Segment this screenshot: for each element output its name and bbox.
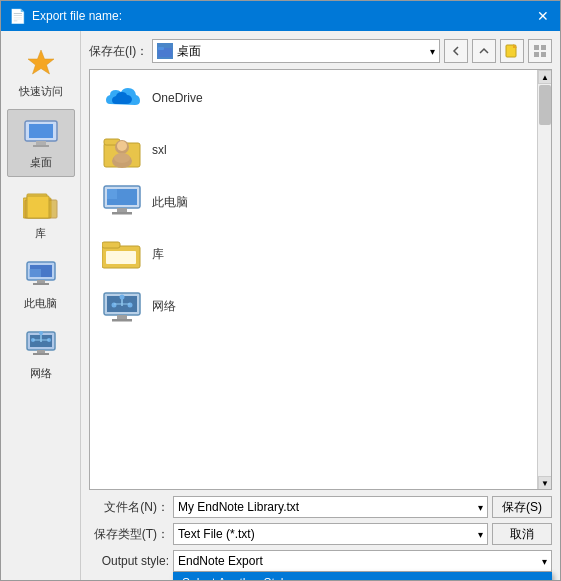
svg-rect-41 bbox=[117, 208, 127, 212]
save-button[interactable]: 保存(S) bbox=[492, 496, 552, 518]
svg-rect-43 bbox=[107, 189, 117, 199]
svg-rect-2 bbox=[29, 124, 53, 138]
filename-label: 文件名(N)： bbox=[89, 499, 169, 516]
filetype-label: 保存类型(T)： bbox=[89, 526, 169, 543]
file-name-onedrive: OneDrive bbox=[152, 91, 203, 105]
output-style-dropdown: Select Another Style... Annotated APA 6t… bbox=[173, 572, 552, 580]
file-name-sxl: sxl bbox=[152, 143, 167, 157]
sidebar-label-computer: 此电脑 bbox=[24, 296, 57, 311]
svg-rect-46 bbox=[106, 251, 136, 264]
filename-combo[interactable]: My EndNote Library.txt ▾ bbox=[173, 496, 488, 518]
recent-button[interactable] bbox=[500, 39, 524, 63]
svg-rect-9 bbox=[27, 196, 49, 218]
file-item-onedrive[interactable]: OneDrive bbox=[94, 74, 531, 122]
sidebar-label-library: 库 bbox=[35, 226, 46, 241]
back-button[interactable] bbox=[444, 39, 468, 63]
library-icon bbox=[23, 187, 59, 223]
network-icon bbox=[23, 327, 59, 363]
dialog-title: Export file name: bbox=[32, 9, 122, 23]
svg-point-20 bbox=[39, 331, 43, 335]
file-item-computer[interactable]: 此电脑 bbox=[94, 178, 531, 226]
sidebar-label-network: 网络 bbox=[30, 366, 52, 381]
dialog-icon: 📄 bbox=[9, 8, 26, 24]
svg-rect-32 bbox=[541, 52, 546, 57]
dropdown-item-select-another[interactable]: Select Another Style... bbox=[174, 573, 551, 580]
main-area: 保存在(I)： 桌面 ▾ bbox=[81, 31, 560, 580]
filename-row: 文件名(N)： My EndNote Library.txt ▾ 保存(S) bbox=[89, 496, 552, 518]
close-button[interactable]: ✕ bbox=[534, 7, 552, 25]
save-in-label: 保存在(I)： bbox=[89, 43, 148, 60]
output-style-dropdown-container: EndNote Export ▾ Select Another Style...… bbox=[173, 550, 552, 572]
svg-rect-29 bbox=[534, 45, 539, 50]
sidebar-item-quick-access[interactable]: 快速访问 bbox=[7, 39, 75, 105]
svg-rect-42 bbox=[112, 212, 132, 215]
sidebar-label-quick-access: 快速访问 bbox=[19, 84, 63, 99]
sidebar: 快速访问 桌面 bbox=[1, 31, 81, 580]
person-icon bbox=[102, 132, 142, 168]
dialog-body: 快速访问 桌面 bbox=[1, 31, 560, 580]
sidebar-item-computer[interactable]: 此电脑 bbox=[7, 251, 75, 317]
filename-value: My EndNote Library.txt bbox=[178, 500, 299, 514]
svg-rect-50 bbox=[112, 319, 132, 322]
svg-rect-3 bbox=[36, 141, 46, 145]
bottom-form: 文件名(N)： My EndNote Library.txt ▾ 保存(S) 保… bbox=[89, 496, 552, 572]
cancel-button[interactable]: 取消 bbox=[492, 523, 552, 545]
folder-combo[interactable]: 桌面 ▾ bbox=[152, 39, 440, 63]
output-style-trigger[interactable]: EndNote Export ▾ bbox=[173, 550, 552, 572]
folder-combo-arrow: ▾ bbox=[430, 46, 435, 57]
desktop-icon bbox=[23, 116, 59, 152]
star-icon bbox=[23, 45, 59, 81]
toolbar: 保存在(I)： 桌面 ▾ bbox=[89, 39, 552, 63]
svg-rect-13 bbox=[33, 283, 49, 285]
filetype-value: Text File (*.txt) bbox=[178, 527, 255, 541]
svg-rect-30 bbox=[541, 45, 546, 50]
sidebar-item-network[interactable]: 网络 bbox=[7, 321, 75, 387]
svg-rect-12 bbox=[37, 280, 45, 283]
file-item-sxl[interactable]: sxl bbox=[94, 126, 531, 174]
file-list-content: OneDrive bbox=[94, 74, 547, 330]
file-list: OneDrive bbox=[89, 69, 552, 490]
view-button[interactable] bbox=[528, 39, 552, 63]
svg-point-54 bbox=[128, 303, 133, 308]
filetype-combo[interactable]: Text File (*.txt) ▾ bbox=[173, 523, 488, 545]
filetype-row: 保存类型(T)： Text File (*.txt) ▾ 取消 bbox=[89, 523, 552, 545]
svg-marker-0 bbox=[28, 50, 54, 74]
svg-point-37 bbox=[117, 141, 127, 151]
svg-rect-31 bbox=[534, 52, 539, 57]
export-dialog: 📄 Export file name: ✕ 快速访问 bbox=[0, 0, 561, 581]
scrollbar[interactable]: ▲ ▼ bbox=[537, 70, 551, 489]
svg-rect-17 bbox=[37, 350, 45, 353]
svg-rect-45 bbox=[102, 242, 120, 248]
svg-point-53 bbox=[112, 303, 117, 308]
file-name-network: 网络 bbox=[152, 298, 176, 315]
filename-arrow: ▾ bbox=[478, 502, 483, 513]
file-item-library[interactable]: 库 bbox=[94, 230, 531, 278]
scroll-down-arrow[interactable]: ▼ bbox=[538, 476, 552, 490]
svg-rect-4 bbox=[33, 145, 49, 147]
svg-point-38 bbox=[114, 153, 130, 163]
svg-rect-49 bbox=[117, 315, 127, 319]
this-pc-icon bbox=[102, 184, 142, 220]
output-style-arrow: ▾ bbox=[542, 556, 547, 567]
scroll-thumb[interactable] bbox=[539, 85, 551, 125]
output-style-value: EndNote Export bbox=[178, 554, 263, 568]
folder-icon bbox=[157, 43, 173, 59]
current-folder-name: 桌面 bbox=[177, 43, 426, 60]
library-folder-icon bbox=[102, 236, 142, 272]
sidebar-item-library[interactable]: 库 bbox=[7, 181, 75, 247]
sidebar-item-desktop[interactable]: 桌面 bbox=[7, 109, 75, 177]
title-bar-left: 📄 Export file name: bbox=[9, 8, 122, 24]
svg-rect-26 bbox=[158, 47, 164, 50]
computer-icon bbox=[23, 257, 59, 293]
file-name-computer: 此电脑 bbox=[152, 194, 188, 211]
up-button[interactable] bbox=[472, 39, 496, 63]
file-item-network[interactable]: 网络 bbox=[94, 282, 531, 330]
network-folder-icon bbox=[102, 288, 142, 324]
sidebar-label-desktop: 桌面 bbox=[30, 155, 52, 170]
svg-rect-14 bbox=[29, 269, 41, 277]
filetype-arrow: ▾ bbox=[478, 529, 483, 540]
svg-point-52 bbox=[120, 295, 125, 300]
scroll-up-arrow[interactable]: ▲ bbox=[538, 70, 552, 84]
onedrive-icon bbox=[102, 80, 142, 116]
file-name-library: 库 bbox=[152, 246, 164, 263]
